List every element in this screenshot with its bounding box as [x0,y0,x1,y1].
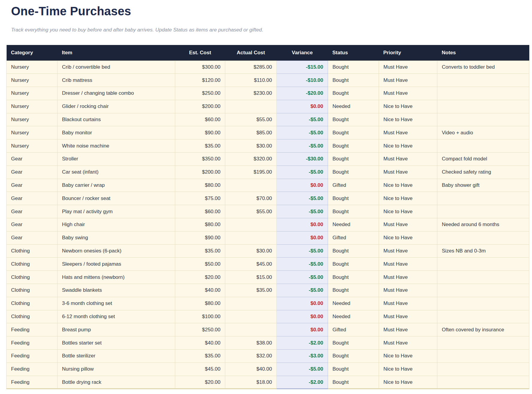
table-row: FeedingBottle sterilizer$35.00$32.00-$3.… [7,350,529,363]
table-row: GearStroller$350.00$320.00-$30.00BoughtM… [7,153,529,166]
status-cell: Bought [328,113,379,126]
variance-cell: -$5.00 [277,271,328,284]
priority-cell: Must Have [379,74,437,87]
priority-cell: Must Have [379,310,437,323]
status-cell: Bought [328,284,379,297]
est-cell: $75.00 [175,192,225,205]
status-cell: Needed [328,100,379,113]
variance-cell: $0.00 [277,310,328,323]
table-row: NurseryBaby monitor$90.00$85.00-$5.00Bou… [7,126,529,139]
table-row: NurseryCrib / convertible bed$300.00$285… [7,61,529,74]
category-cell: Clothing [7,244,58,258]
item-cell: 3-6 month clothing set [58,297,175,310]
category-cell: Clothing [7,258,58,271]
variance-cell: -$15.00 [277,61,328,74]
est-cell: $350.00 [175,153,225,166]
status-cell: Gifted [328,323,379,336]
status-cell: Bought [328,350,379,363]
actual-cell: $85.00 [225,126,277,139]
table-row: NurseryDresser / changing table combo$25… [7,87,529,100]
status-cell: Bought [328,244,379,258]
category-cell: Nursery [7,87,58,100]
notes-cell [437,310,529,323]
column-header-priority: Priority [379,45,437,61]
est-cell: $35.00 [175,350,225,363]
notes-cell [437,363,529,376]
notes-cell: Checked safety rating [437,166,529,179]
table-body: NurseryCrib / convertible bed$300.00$285… [7,61,529,389]
table-row: FeedingNursing pillow$45.00$40.00-$5.00B… [7,363,529,376]
priority-cell: Must Have [379,166,437,179]
est-cell: $100.00 [175,310,225,323]
actual-cell [225,218,277,231]
est-cell: $60.00 [175,205,225,218]
variance-cell: -$5.00 [277,244,328,258]
priority-cell: Must Have [379,284,437,297]
table-row: NurseryWhite noise machine$35.00$30.00-$… [7,139,529,153]
status-cell: Bought [328,258,379,271]
category-cell: Feeding [7,323,58,336]
table-row: Clothing6-12 month clothing set$100.00$0… [7,310,529,323]
item-cell: Car seat (infant) [58,166,175,179]
est-cell: $200.00 [175,166,225,179]
actual-cell: $195.00 [225,166,277,179]
item-cell: Bouncer / rocker seat [58,192,175,205]
column-header-est: Est. Cost [175,45,225,61]
variance-cell: -$5.00 [277,258,328,271]
est-cell: $80.00 [175,218,225,231]
table-row: ClothingSwaddle blankets$40.00$35.00-$5.… [7,284,529,297]
item-cell: Hats and mittens (newborn) [58,271,175,284]
priority-cell: Must Have [379,323,437,336]
page-title: One-Time Purchases [11,4,526,18]
actual-cell [225,323,277,336]
column-header-notes: Notes [437,45,529,61]
est-cell: $80.00 [175,179,225,192]
notes-cell: Baby shower gift [437,179,529,192]
status-cell: Bought [328,61,379,74]
column-header-category: Category [7,45,58,61]
est-cell: $120.00 [175,74,225,87]
notes-cell [437,139,529,153]
variance-cell: -$5.00 [277,113,328,126]
table-row: FeedingBreast pump$250.00$0.00GiftedMust… [7,323,529,336]
status-cell: Bought [328,139,379,153]
priority-cell: Must Have [379,153,437,166]
category-cell: Nursery [7,126,58,139]
priority-cell: Nice to Have [379,376,437,389]
table-row: NurseryGlider / rocking chair$200.00$0.0… [7,100,529,113]
item-cell: Baby swing [58,231,175,244]
table-row: FeedingBottle drying rack$20.00$18.00-$2… [7,376,529,389]
category-cell: Clothing [7,271,58,284]
table-row: NurseryCrib mattress$120.00$110.00-$10.0… [7,74,529,87]
variance-cell: -$2.00 [277,376,328,389]
item-cell: 6-12 month clothing set [58,310,175,323]
status-cell: Bought [328,126,379,139]
category-cell: Clothing [7,310,58,323]
item-cell: Baby carrier / wrap [58,179,175,192]
item-cell: White noise machine [58,139,175,153]
notes-cell [437,74,529,87]
item-cell: Crib / convertible bed [58,61,175,74]
table-row: ClothingNewborn onesies (6-pack)$35.00$3… [7,244,529,258]
table-row: FeedingBottles starter set$40.00$38.00-$… [7,336,529,350]
priority-cell: Nice to Have [379,231,437,244]
table-row: GearPlay mat / activity gym$60.00$55.00-… [7,205,529,218]
item-cell: Glider / rocking chair [58,100,175,113]
item-cell: Blackout curtains [58,113,175,126]
variance-cell: $0.00 [277,231,328,244]
status-cell: Needed [328,218,379,231]
column-header-variance: Variance [277,45,328,61]
status-cell: Needed [328,297,379,310]
notes-cell [437,113,529,126]
category-cell: Nursery [7,74,58,87]
actual-cell [225,100,277,113]
notes-cell [437,336,529,350]
category-cell: Gear [7,153,58,166]
priority-cell: Nice to Have [379,179,437,192]
item-cell: Nursing pillow [58,363,175,376]
priority-cell: Must Have [379,126,437,139]
item-cell: Play mat / activity gym [58,205,175,218]
variance-cell: -$5.00 [277,192,328,205]
variance-cell: $0.00 [277,218,328,231]
status-cell: Bought [328,87,379,100]
